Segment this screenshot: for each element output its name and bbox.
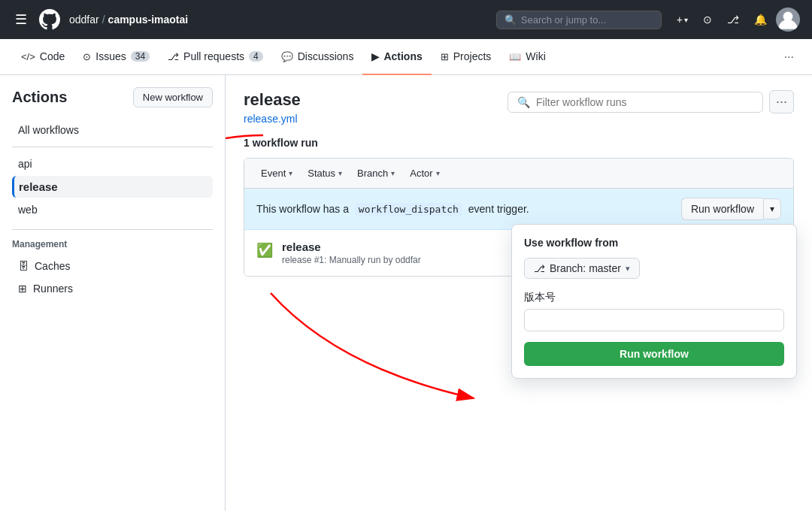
caches-label: Caches bbox=[35, 260, 70, 272]
actions-icon: ▶ bbox=[371, 51, 379, 62]
repo-separator: / bbox=[102, 14, 105, 26]
popup-title: Use workflow from bbox=[524, 237, 784, 249]
actor-caret-icon: ▾ bbox=[436, 169, 440, 177]
tab-wiki[interactable]: 📖 Wiki bbox=[500, 39, 554, 75]
filter-branch-button[interactable]: Branch ▾ bbox=[350, 165, 402, 182]
discussions-icon: 💬 bbox=[281, 51, 293, 62]
tab-projects-label: Projects bbox=[453, 50, 492, 62]
banner-text: This workflow has a workflow_dispatch ev… bbox=[256, 203, 529, 215]
tab-issues[interactable]: ⊙ Issues 34 bbox=[74, 39, 159, 75]
tab-issues-label: Issues bbox=[95, 50, 126, 62]
plus-caret-icon: ▾ bbox=[684, 16, 688, 24]
filter-search-box[interactable]: 🔍 bbox=[508, 92, 763, 113]
workflow-count: 1 workflow run bbox=[244, 137, 794, 149]
filter-search-icon: 🔍 bbox=[517, 96, 530, 108]
workflow-web-label: web bbox=[18, 204, 38, 216]
avatar[interactable] bbox=[776, 8, 800, 32]
repo-owner-link[interactable]: oddfar bbox=[69, 14, 99, 26]
filter-row: 🔍 ··· bbox=[508, 90, 794, 113]
status-filter-label: Status bbox=[308, 168, 335, 179]
sidebar-item-release[interactable]: release bbox=[12, 176, 213, 198]
filter-event-button[interactable]: Event ▾ bbox=[253, 165, 300, 182]
filter-more-button[interactable]: ··· bbox=[769, 90, 794, 113]
tab-actions-label: Actions bbox=[383, 50, 422, 62]
popup-field-label: 版本号 bbox=[524, 291, 784, 304]
banner-text-after: event trigger. bbox=[468, 203, 529, 215]
filter-search-input[interactable] bbox=[536, 96, 753, 108]
circle-dot-icon: ⊙ bbox=[703, 14, 712, 26]
content-header-row: release release.yml 🔍 ··· bbox=[244, 90, 794, 125]
runners-item[interactable]: ⊞ Runners bbox=[12, 278, 213, 299]
plus-button[interactable]: + ▾ bbox=[671, 11, 694, 29]
tab-discussions[interactable]: 💬 Discussions bbox=[272, 39, 363, 75]
github-logo bbox=[39, 9, 60, 30]
repo-breadcrumb: oddfar / campus-imaotai bbox=[69, 14, 188, 26]
workflow-release-label: release bbox=[19, 180, 58, 193]
content-area: release release.yml 🔍 ··· 1 workflow run… bbox=[226, 75, 812, 511]
run-workflow-caret-button[interactable]: ▾ bbox=[763, 198, 781, 219]
sidebar: Actions New workflow All workflows api r… bbox=[0, 75, 226, 511]
content-subtitle-link[interactable]: release.yml bbox=[244, 113, 298, 125]
sub-nav: </> Code ⊙ Issues 34 ⎇ Pull requests 4 💬… bbox=[0, 39, 812, 75]
repo-name-link[interactable]: campus-imaotai bbox=[108, 14, 189, 26]
hamburger-button[interactable]: ☰ bbox=[12, 8, 30, 31]
runners-icon: ⊞ bbox=[18, 283, 27, 295]
sidebar-title: Actions bbox=[12, 89, 67, 106]
branch-icon: ⎇ bbox=[534, 263, 545, 274]
plus-icon: + bbox=[677, 14, 683, 26]
filter-buttons-row: Event ▾ Status ▾ Branch ▾ Actor ▾ bbox=[244, 159, 793, 189]
content-title-section: release release.yml bbox=[244, 90, 301, 125]
branch-filter-label: Branch bbox=[357, 168, 388, 179]
all-workflows-item[interactable]: All workflows bbox=[12, 119, 213, 141]
issues-button[interactable]: ⊙ bbox=[697, 11, 718, 29]
event-filter-label: Event bbox=[261, 168, 286, 179]
tab-actions[interactable]: ▶ Actions bbox=[362, 39, 431, 75]
run-workflow-btn-group: Run workflow ▾ bbox=[681, 198, 781, 220]
sidebar-divider bbox=[12, 147, 213, 147]
branch-select-label: Branch: master bbox=[550, 262, 621, 274]
caches-icon: 🗄 bbox=[18, 260, 29, 272]
run-status-icon: ✅ bbox=[256, 242, 273, 259]
popup-run-workflow-button[interactable]: Run workflow bbox=[524, 342, 784, 366]
tab-discussions-label: Discussions bbox=[298, 50, 354, 62]
top-search[interactable]: 🔍 Search or jump to... bbox=[496, 11, 662, 29]
filter-actor-button[interactable]: Actor ▾ bbox=[402, 165, 447, 182]
pr-nav-icon: ⎇ bbox=[168, 51, 179, 62]
tab-pr-label: Pull requests bbox=[183, 50, 244, 62]
branch-select-button[interactable]: ⎇ Branch: master ▾ bbox=[524, 258, 640, 279]
filter-status-button[interactable]: Status ▾ bbox=[300, 165, 350, 182]
tab-code[interactable]: </> Code bbox=[12, 39, 74, 75]
main-layout: Actions New workflow All workflows api r… bbox=[0, 75, 812, 511]
pull-requests-button[interactable]: ⎇ bbox=[721, 11, 745, 29]
run-workflow-popup: Use workflow from ⎇ Branch: master ▾ 版本号… bbox=[511, 224, 797, 379]
all-workflows-label: All workflows bbox=[18, 124, 79, 136]
content-title: release bbox=[244, 90, 301, 110]
tab-pull-requests[interactable]: ⎇ Pull requests 4 bbox=[159, 39, 272, 75]
search-placeholder-text: Search or jump to... bbox=[521, 14, 606, 26]
more-tabs-button[interactable]: ··· bbox=[778, 47, 800, 67]
top-nav: ☰ oddfar / campus-imaotai 🔍 Search or ju… bbox=[0, 0, 812, 39]
popup-version-input[interactable] bbox=[524, 309, 784, 331]
tab-projects[interactable]: ⊞ Projects bbox=[432, 39, 501, 75]
sidebar-item-web[interactable]: web bbox=[12, 199, 213, 220]
pr-icon: ⎇ bbox=[727, 14, 739, 26]
issues-badge: 34 bbox=[131, 51, 150, 62]
sidebar-header: Actions New workflow bbox=[12, 87, 213, 107]
tab-wiki-label: Wiki bbox=[526, 50, 545, 62]
sidebar-divider-2 bbox=[12, 229, 213, 230]
event-caret-icon: ▾ bbox=[289, 169, 292, 177]
banner-code: workflow_dispatch bbox=[355, 203, 462, 216]
arrow-to-popup-button bbox=[263, 278, 504, 413]
pr-badge: 4 bbox=[249, 51, 263, 62]
search-icon: 🔍 bbox=[504, 14, 517, 26]
run-workflow-main-button[interactable]: Run workflow bbox=[681, 198, 763, 220]
new-workflow-button[interactable]: New workflow bbox=[133, 87, 213, 107]
runners-label: Runners bbox=[33, 283, 73, 295]
sidebar-item-api[interactable]: api bbox=[12, 153, 213, 174]
top-nav-icons: + ▾ ⊙ ⎇ 🔔 bbox=[671, 8, 800, 32]
workflow-api-label: api bbox=[18, 158, 32, 170]
branch-caret-icon: ▾ bbox=[626, 264, 630, 274]
inbox-button[interactable]: 🔔 bbox=[748, 11, 773, 29]
inbox-icon: 🔔 bbox=[754, 14, 767, 26]
caches-item[interactable]: 🗄 Caches bbox=[12, 256, 213, 277]
